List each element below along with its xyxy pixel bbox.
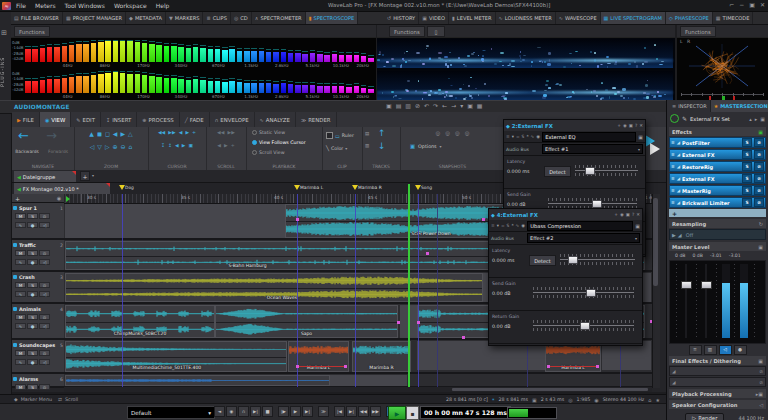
track-fx-icon[interactable]: ∿ (15, 222, 26, 228)
detect-button[interactable]: Detect (529, 255, 556, 266)
track-fx-icon[interactable]: ∿ (15, 323, 26, 329)
tool-icon[interactable]: ◀◀ (158, 130, 165, 135)
track-name-row[interactable]: Animals4 (13, 305, 63, 313)
tab-cd[interactable]: ◎CD (231, 11, 252, 24)
tab-file-browser[interactable]: ▤FILE BROWSER (11, 11, 63, 24)
window-button[interactable]: ✕ (636, 212, 640, 217)
panel-icon[interactable]: ▣ (760, 116, 765, 122)
solo-button[interactable]: S (742, 150, 752, 159)
track-fx-icon[interactable]: ∿ (15, 291, 26, 297)
functions-button[interactable]: Functions (14, 26, 50, 37)
track-monitor-icon[interactable]: ⊙ (39, 250, 50, 256)
effect-slot-restorerig[interactable]: ≡◢RestoreRigS⊘ (669, 161, 766, 172)
send-gain-slider[interactable] (533, 287, 634, 300)
track-name-row[interactable]: Alarms6 (13, 375, 63, 383)
window-button[interactable]: ◉ (623, 123, 627, 128)
return-gain-slider[interactable] (533, 320, 634, 333)
track-list-icon[interactable]: ▥ (365, 143, 369, 148)
chevron-down-icon[interactable]: ▾ (92, 173, 94, 178)
slider-handle[interactable] (568, 256, 578, 264)
montage-toolbar-icon[interactable]: → (451, 102, 456, 109)
tool-icon[interactable]: ▶ (182, 143, 186, 148)
bypass-button[interactable]: ⊘ (754, 138, 764, 147)
add-track-icon[interactable]: + (15, 195, 20, 202)
montage-toolbar-icon[interactable]: ▣ (467, 102, 473, 109)
montage-toolbar-icon[interactable]: ↷ (433, 102, 438, 109)
color-menu[interactable]: ╲Color▾ (326, 145, 347, 151)
track-record-icon[interactable]: ● (27, 222, 38, 228)
track-m-button[interactable]: M (15, 282, 26, 288)
tab-timecode[interactable]: ▦TIMECODE (713, 11, 754, 24)
trash-icon[interactable]: ▯ (427, 26, 445, 37)
tool-icon[interactable]: + (192, 130, 196, 135)
envelope-point[interactable] (296, 218, 299, 221)
effects-power-icon[interactable]: ▣ (758, 129, 763, 135)
stop-button[interactable]: ▪ (406, 406, 419, 420)
level-envelope-line[interactable] (297, 366, 345, 367)
clip-ocean-waves[interactable]: Ocean Waves (65, 273, 483, 302)
solo-button[interactable]: S (742, 174, 752, 183)
resampling-icon[interactable]: ↻ (759, 221, 763, 227)
tool-icon[interactable]: ⌂ (129, 143, 133, 150)
tab-project-manager[interactable]: ▦PROJECT MANAGER (63, 11, 126, 24)
scroll-label[interactable]: Scroll (65, 397, 78, 402)
transport-button[interactable]: ■ (262, 406, 273, 417)
montage-toolbar-icon[interactable]: ⊘ (415, 102, 420, 109)
resampling-slot[interactable]: ▶◢ Off (669, 229, 766, 240)
transport-button[interactable]: ≫ (318, 406, 329, 417)
master-fader-handle[interactable] (701, 281, 712, 289)
fx-tool-icon[interactable]: ∿ (516, 223, 520, 228)
montage-toolbar-icon[interactable]: ↶ (424, 102, 429, 109)
tool-icon[interactable]: ↥ (168, 143, 172, 148)
window-button[interactable]: + (614, 212, 618, 217)
fx-tool-icon[interactable]: * (526, 134, 528, 139)
tab-inspector[interactable]: ≡INSPECTOR (669, 100, 711, 112)
tool-icon[interactable]: ◀◀ (217, 130, 224, 135)
fx-window-titlebar[interactable]: ◆2:External FX+◉▣?✕ (504, 120, 645, 131)
playback-option-scroll-view[interactable]: Scroll View (252, 150, 284, 155)
transport-button[interactable]: |◀ (334, 406, 345, 417)
ribbon-tab-edit[interactable]: ✎EDIT (71, 112, 101, 127)
menu-meters[interactable]: Meters (35, 2, 56, 9)
drag-handle-icon[interactable]: ≡ (671, 188, 675, 193)
tool-icon[interactable]: ⊖ (121, 143, 126, 150)
snapshot-icon[interactable]: ◎ (445, 130, 450, 136)
montage-tab[interactable]: ◀FX Montage 002.v10 * (14, 183, 110, 194)
playback-option-static-view[interactable]: Static View (252, 130, 285, 135)
tool-icon[interactable]: ▽ (97, 143, 102, 150)
solo-button[interactable]: S (742, 138, 752, 147)
track-record-icon[interactable]: ● (27, 259, 38, 265)
transport-button[interactable]: ▶ (290, 406, 301, 417)
clip-marimba-r[interactable]: Marimba R (352, 341, 411, 372)
envelope-point[interactable] (482, 218, 485, 221)
track-output-icon[interactable]: ◁ (39, 259, 50, 265)
external-fx-window[interactable]: ◆4:External FX+◉▣?✕≡▾=S*∿◉Ubass Compress… (488, 208, 643, 346)
track-monitor-icon[interactable]: ⊙ (39, 384, 50, 390)
plugins-vertical-tab[interactable]: PLUG-INS (0, 43, 11, 101)
route-icon[interactable]: ▸ (755, 116, 758, 122)
backwards-icon[interactable]: ← (18, 129, 29, 143)
expand-icon[interactable]: ▣ (758, 244, 763, 250)
bypass-button[interactable]: ⊘ (754, 162, 764, 171)
track-name-row[interactable]: Spur 11 (13, 204, 63, 212)
tool-icon[interactable]: ▣ (188, 143, 193, 148)
envelope-point[interactable] (547, 365, 550, 368)
tool-icon[interactable]: ▶▶ (228, 130, 235, 135)
audio-bus-select[interactable]: Effect #1▾ (542, 144, 643, 154)
track-record-icon[interactable]: ● (27, 291, 38, 297)
level-envelope-line[interactable] (548, 366, 597, 367)
add-effect-button[interactable]: + (669, 209, 766, 217)
ribbon-tab-envelope[interactable]: ∩ENVELOPE (210, 112, 255, 127)
transport-button[interactable]: ▶| (250, 406, 261, 417)
empty-region[interactable] (65, 204, 285, 238)
status-end-icon[interactable]: ★ (656, 397, 660, 403)
track-output-icon[interactable]: ◁ (39, 291, 50, 297)
tool-icon[interactable]: ◁ (90, 143, 95, 150)
drag-handle-icon[interactable]: ≡ (671, 164, 675, 169)
add-group-button[interactable]: + (80, 171, 90, 181)
window-button[interactable]: ? (632, 212, 634, 217)
fx-tool-icon[interactable]: ◉ (536, 134, 540, 139)
track-s-button[interactable]: S (27, 282, 38, 288)
window-button[interactable]: ✕ (760, 1, 765, 8)
envelope-point[interactable] (462, 336, 465, 339)
